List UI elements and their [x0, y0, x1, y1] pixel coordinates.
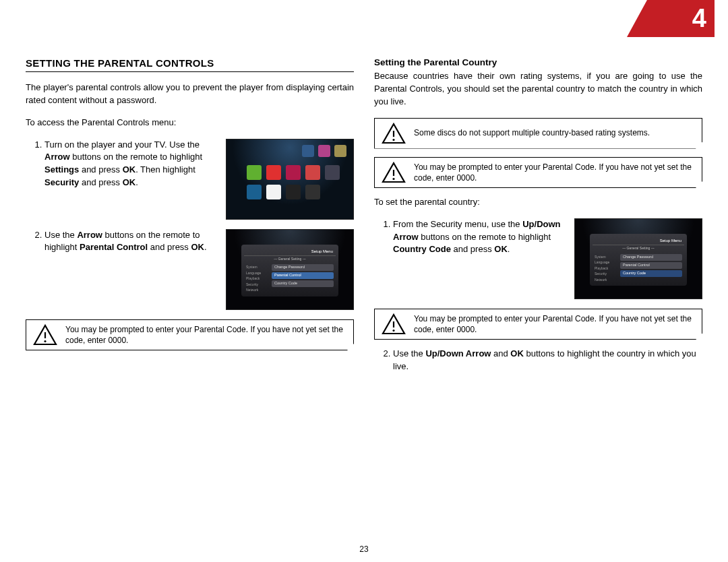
- note-text: You may be prompted to enter your Parent…: [65, 324, 346, 346]
- note-text: Some discs do not support multiple count…: [414, 127, 650, 138]
- right-column: Setting the Parental Country Because cou…: [374, 57, 702, 383]
- note-parental-code-3: You may be prompted to enter your Parent…: [374, 309, 702, 340]
- svg-point-7: [392, 330, 394, 332]
- country-step-2: Use the Up/Down Arrow and OK buttons to …: [393, 348, 702, 373]
- access-line: To access the Parental Controls menu:: [26, 117, 354, 129]
- subsection-heading: Setting the Parental Country: [374, 57, 702, 67]
- note-disc-support: Some discs do not support multiple count…: [374, 118, 702, 149]
- warning-icon: [382, 123, 406, 144]
- note-text: You may be prompted to enter your Parent…: [414, 162, 695, 183]
- step-1-text: Turn on the player and your TV. Use the …: [44, 139, 218, 189]
- screenshot-parental-control: Setup Menu --- General Setting --- Syste…: [226, 229, 354, 310]
- svg-point-1: [44, 340, 46, 342]
- warning-icon: [382, 313, 406, 335]
- screenshot-apps-menu: [226, 139, 354, 220]
- intro-paragraph: The player's parental controls allow you…: [26, 82, 354, 107]
- warning-icon: [382, 162, 406, 183]
- section-heading: SETTING THE PARENTAL CONTROLS: [26, 57, 354, 72]
- step-1: Turn on the player and your TV. Use the …: [44, 139, 354, 220]
- note-parental-code-2: You may be prompted to enter your Parent…: [374, 157, 702, 188]
- country-step-1: From the Security menu, use the Up/Down …: [393, 218, 702, 299]
- svg-point-5: [392, 178, 394, 180]
- warning-icon: [33, 324, 57, 346]
- step-2-text: Use the Arrow buttons on the remote to h…: [44, 229, 218, 255]
- svg-point-3: [392, 138, 394, 140]
- country-step-1-text: From the Security menu, use the Up/Down …: [393, 218, 566, 257]
- country-intro: Because countries have their own rating …: [374, 70, 702, 108]
- screenshot-country-code: Setup Menu --- General Setting --- Syste…: [574, 218, 702, 299]
- note-text: You may be prompted to enter your Parent…: [414, 313, 695, 335]
- set-country-line: To set the parental country:: [374, 196, 702, 209]
- note-parental-code: You may be prompted to enter your Parent…: [26, 319, 354, 350]
- left-column: SETTING THE PARENTAL CONTROLS The player…: [26, 57, 354, 383]
- step-2: Use the Arrow buttons on the remote to h…: [44, 229, 354, 310]
- page-number: 23: [0, 544, 728, 554]
- page-content: SETTING THE PARENTAL CONTROLS The player…: [0, 0, 728, 383]
